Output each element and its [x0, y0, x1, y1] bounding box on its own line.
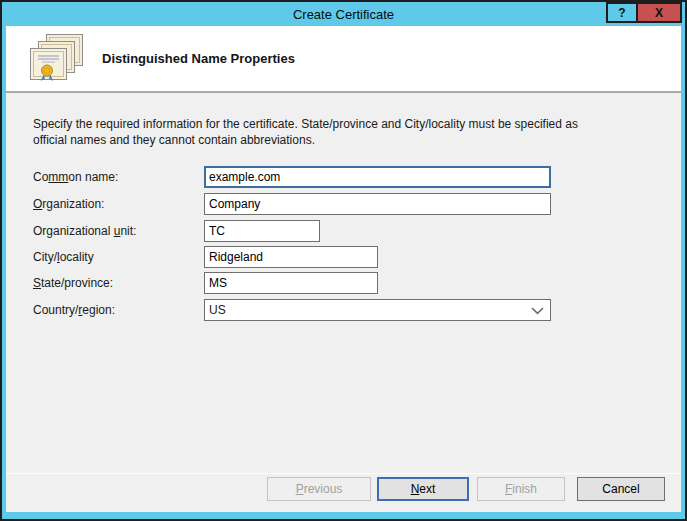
state-province-label: State/province:: [33, 272, 113, 294]
form-row-country-region: Country/region: US: [33, 299, 681, 321]
dialog-frame: Distinguished Name Properties Specify th…: [6, 26, 681, 512]
titlebar[interactable]: Create Certificate: [2, 2, 685, 26]
create-certificate-dialog: Create Certificate ? X: [0, 0, 687, 521]
instruction-line-2: official names and they cannot contain a…: [33, 133, 578, 149]
city-locality-label: City/locality: [33, 246, 94, 268]
form-row-common-name: Common name:: [33, 166, 681, 188]
country-region-select[interactable]: US: [204, 299, 551, 321]
instruction-text: Specify the required information for the…: [33, 117, 578, 148]
country-region-label: Country/region:: [33, 299, 115, 321]
help-icon: ?: [618, 6, 625, 20]
country-region-value: US: [209, 303, 226, 317]
form-row-organizational-unit: Organizational unit:: [33, 220, 681, 242]
wizard-header: Distinguished Name Properties: [6, 26, 681, 93]
chevron-down-icon: [531, 307, 544, 315]
instruction-line-1: Specify the required information for the…: [33, 117, 578, 133]
organization-input[interactable]: [204, 193, 551, 215]
organizational-unit-input[interactable]: [204, 220, 320, 242]
state-province-input[interactable]: [204, 272, 378, 294]
dialog-content: Specify the required information for the…: [6, 93, 681, 512]
help-button[interactable]: ?: [606, 2, 637, 23]
close-icon: X: [655, 6, 663, 20]
page-title: Distinguished Name Properties: [102, 51, 295, 66]
city-locality-input[interactable]: [204, 246, 378, 268]
window-title: Create Certificate: [293, 7, 394, 22]
close-button[interactable]: X: [637, 2, 682, 23]
organization-label: Organization:: [33, 193, 104, 215]
form-row-state-province: State/province:: [33, 272, 681, 294]
common-name-label: Common name:: [33, 166, 118, 188]
common-name-input[interactable]: [204, 166, 551, 188]
wizard-footer: Previous Next Finish Cancel: [6, 473, 681, 512]
certificates-icon: [30, 34, 84, 84]
previous-button[interactable]: Previous: [267, 477, 371, 501]
cancel-button[interactable]: Cancel: [577, 477, 665, 501]
form-row-organization: Organization:: [33, 193, 681, 215]
next-button[interactable]: Next: [377, 477, 469, 501]
finish-button[interactable]: Finish: [477, 477, 565, 501]
form-row-city-locality: City/locality: [33, 246, 681, 268]
organizational-unit-label: Organizational unit:: [33, 220, 136, 242]
titlebar-controls: ? X: [606, 2, 682, 23]
